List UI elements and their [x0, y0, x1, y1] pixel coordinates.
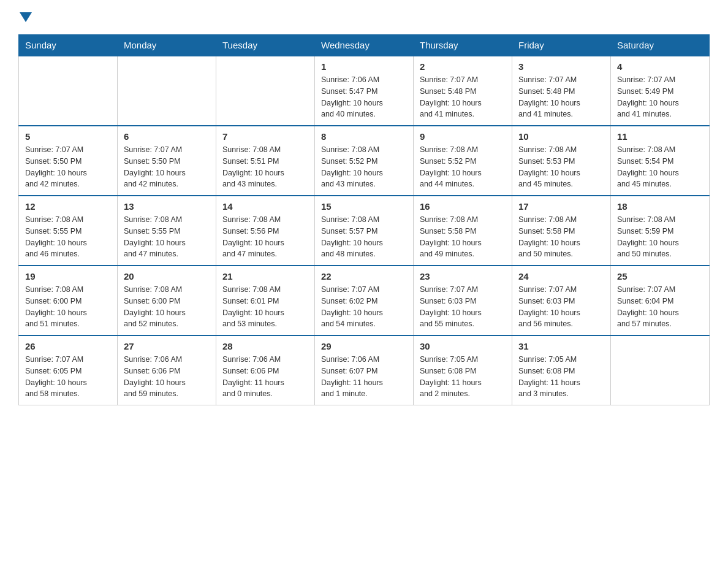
day-number: 9	[420, 131, 506, 142]
calendar-cell: 14Sunrise: 7:08 AM Sunset: 5:56 PM Dayli…	[216, 196, 315, 266]
day-number: 4	[617, 61, 703, 72]
calendar-cell: 21Sunrise: 7:08 AM Sunset: 6:01 PM Dayli…	[216, 266, 315, 335]
calendar-cell: 13Sunrise: 7:08 AM Sunset: 5:55 PM Dayli…	[118, 196, 216, 266]
day-number: 3	[518, 61, 604, 72]
calendar-cell: 4Sunrise: 7:07 AM Sunset: 5:49 PM Daylig…	[611, 56, 710, 126]
day-info: Sunrise: 7:07 AM Sunset: 5:49 PM Dayligh…	[617, 74, 703, 120]
day-info: Sunrise: 7:08 AM Sunset: 5:53 PM Dayligh…	[518, 144, 604, 190]
day-number: 30	[420, 341, 506, 351]
day-number: 11	[617, 131, 703, 142]
calendar-cell: 7Sunrise: 7:08 AM Sunset: 5:51 PM Daylig…	[216, 126, 315, 196]
day-info: Sunrise: 7:06 AM Sunset: 6:07 PM Dayligh…	[321, 354, 407, 400]
day-number: 7	[222, 131, 308, 142]
day-info: Sunrise: 7:08 AM Sunset: 5:57 PM Dayligh…	[321, 214, 407, 260]
calendar-cell: 28Sunrise: 7:06 AM Sunset: 6:06 PM Dayli…	[216, 335, 315, 405]
day-info: Sunrise: 7:08 AM Sunset: 5:58 PM Dayligh…	[420, 214, 506, 260]
day-info: Sunrise: 7:08 AM Sunset: 5:56 PM Dayligh…	[222, 214, 308, 260]
calendar-cell: 6Sunrise: 7:07 AM Sunset: 5:50 PM Daylig…	[118, 126, 216, 196]
day-info: Sunrise: 7:07 AM Sunset: 5:50 PM Dayligh…	[25, 144, 111, 190]
calendar-cell: 22Sunrise: 7:07 AM Sunset: 6:02 PM Dayli…	[315, 266, 414, 335]
day-number: 14	[222, 201, 308, 212]
calendar-cell: 3Sunrise: 7:07 AM Sunset: 5:48 PM Daylig…	[512, 56, 611, 126]
day-info: Sunrise: 7:05 AM Sunset: 6:08 PM Dayligh…	[518, 354, 604, 400]
calendar-cell: 25Sunrise: 7:07 AM Sunset: 6:04 PM Dayli…	[611, 266, 710, 335]
calendar-cell: 23Sunrise: 7:07 AM Sunset: 6:03 PM Dayli…	[414, 266, 512, 335]
day-number: 6	[124, 131, 210, 142]
day-info: Sunrise: 7:08 AM Sunset: 6:00 PM Dayligh…	[124, 284, 210, 330]
day-number: 23	[420, 271, 506, 282]
day-info: Sunrise: 7:07 AM Sunset: 5:48 PM Dayligh…	[518, 74, 604, 120]
calendar-cell: 15Sunrise: 7:08 AM Sunset: 5:57 PM Dayli…	[315, 196, 414, 266]
calendar-cell: 31Sunrise: 7:05 AM Sunset: 6:08 PM Dayli…	[512, 335, 611, 405]
day-number: 31	[518, 341, 604, 351]
day-number: 15	[321, 201, 407, 212]
day-info: Sunrise: 7:06 AM Sunset: 5:47 PM Dayligh…	[321, 74, 407, 120]
day-number: 8	[321, 131, 407, 142]
day-number: 18	[617, 201, 703, 212]
weekday-header-wednesday: Wednesday	[315, 35, 414, 56]
day-info: Sunrise: 7:08 AM Sunset: 6:01 PM Dayligh…	[222, 284, 308, 330]
week-row-3: 12Sunrise: 7:08 AM Sunset: 5:55 PM Dayli…	[19, 196, 710, 266]
calendar-cell: 8Sunrise: 7:08 AM Sunset: 5:52 PM Daylig…	[315, 126, 414, 196]
day-number: 13	[124, 201, 210, 212]
day-number: 28	[222, 341, 308, 351]
day-info: Sunrise: 7:08 AM Sunset: 5:55 PM Dayligh…	[25, 214, 111, 260]
calendar-cell: 20Sunrise: 7:08 AM Sunset: 6:00 PM Dayli…	[118, 266, 216, 335]
day-number: 20	[124, 271, 210, 282]
day-info: Sunrise: 7:08 AM Sunset: 5:54 PM Dayligh…	[617, 144, 703, 190]
day-info: Sunrise: 7:07 AM Sunset: 5:50 PM Dayligh…	[124, 144, 210, 190]
calendar-cell	[118, 56, 216, 126]
calendar-cell: 10Sunrise: 7:08 AM Sunset: 5:53 PM Dayli…	[512, 126, 611, 196]
calendar-table: SundayMondayTuesdayWednesdayThursdayFrid…	[18, 34, 710, 405]
calendar-cell: 19Sunrise: 7:08 AM Sunset: 6:00 PM Dayli…	[19, 266, 118, 335]
day-number: 19	[25, 271, 111, 282]
weekday-header-thursday: Thursday	[414, 35, 512, 56]
day-number: 24	[518, 271, 604, 282]
weekday-header-saturday: Saturday	[611, 35, 710, 56]
calendar-cell: 27Sunrise: 7:06 AM Sunset: 6:06 PM Dayli…	[118, 335, 216, 405]
day-info: Sunrise: 7:08 AM Sunset: 6:00 PM Dayligh…	[25, 284, 111, 330]
day-number: 12	[25, 201, 111, 212]
day-number: 25	[617, 271, 703, 282]
calendar-header-row: SundayMondayTuesdayWednesdayThursdayFrid…	[19, 35, 710, 56]
calendar-cell: 11Sunrise: 7:08 AM Sunset: 5:54 PM Dayli…	[611, 126, 710, 196]
weekday-header-tuesday: Tuesday	[216, 35, 315, 56]
week-row-4: 19Sunrise: 7:08 AM Sunset: 6:00 PM Dayli…	[19, 266, 710, 335]
calendar-cell: 9Sunrise: 7:08 AM Sunset: 5:52 PM Daylig…	[414, 126, 512, 196]
day-number: 16	[420, 201, 506, 212]
day-info: Sunrise: 7:08 AM Sunset: 5:52 PM Dayligh…	[420, 144, 506, 190]
day-number: 22	[321, 271, 407, 282]
day-number: 5	[25, 131, 111, 142]
day-number: 10	[518, 131, 604, 142]
calendar-cell: 24Sunrise: 7:07 AM Sunset: 6:03 PM Dayli…	[512, 266, 611, 335]
day-info: Sunrise: 7:08 AM Sunset: 5:59 PM Dayligh…	[617, 214, 703, 260]
day-info: Sunrise: 7:06 AM Sunset: 6:06 PM Dayligh…	[124, 354, 210, 400]
day-number: 17	[518, 201, 604, 212]
day-info: Sunrise: 7:06 AM Sunset: 6:06 PM Dayligh…	[222, 354, 308, 400]
day-number: 21	[222, 271, 308, 282]
day-number: 27	[124, 341, 210, 351]
logo-triangle-icon	[20, 12, 32, 22]
day-info: Sunrise: 7:05 AM Sunset: 6:08 PM Dayligh…	[420, 354, 506, 400]
week-row-5: 26Sunrise: 7:07 AM Sunset: 6:05 PM Dayli…	[19, 335, 710, 405]
day-info: Sunrise: 7:07 AM Sunset: 5:48 PM Dayligh…	[420, 74, 506, 120]
weekday-header-monday: Monday	[118, 35, 216, 56]
calendar-cell: 5Sunrise: 7:07 AM Sunset: 5:50 PM Daylig…	[19, 126, 118, 196]
logo	[18, 12, 33, 22]
day-info: Sunrise: 7:08 AM Sunset: 5:58 PM Dayligh…	[518, 214, 604, 260]
day-info: Sunrise: 7:08 AM Sunset: 5:51 PM Dayligh…	[222, 144, 308, 190]
calendar-cell: 2Sunrise: 7:07 AM Sunset: 5:48 PM Daylig…	[414, 56, 512, 126]
day-info: Sunrise: 7:07 AM Sunset: 6:03 PM Dayligh…	[420, 284, 506, 330]
day-info: Sunrise: 7:07 AM Sunset: 6:05 PM Dayligh…	[25, 354, 111, 400]
calendar-cell: 12Sunrise: 7:08 AM Sunset: 5:55 PM Dayli…	[19, 196, 118, 266]
day-info: Sunrise: 7:08 AM Sunset: 5:55 PM Dayligh…	[124, 214, 210, 260]
calendar-cell	[19, 56, 118, 126]
calendar-cell	[611, 335, 710, 405]
weekday-header-friday: Friday	[512, 35, 611, 56]
week-row-1: 1Sunrise: 7:06 AM Sunset: 5:47 PM Daylig…	[19, 56, 710, 126]
day-number: 1	[321, 61, 407, 72]
weekday-header-sunday: Sunday	[19, 35, 118, 56]
week-row-2: 5Sunrise: 7:07 AM Sunset: 5:50 PM Daylig…	[19, 126, 710, 196]
day-number: 2	[420, 61, 506, 72]
calendar-cell: 30Sunrise: 7:05 AM Sunset: 6:08 PM Dayli…	[414, 335, 512, 405]
